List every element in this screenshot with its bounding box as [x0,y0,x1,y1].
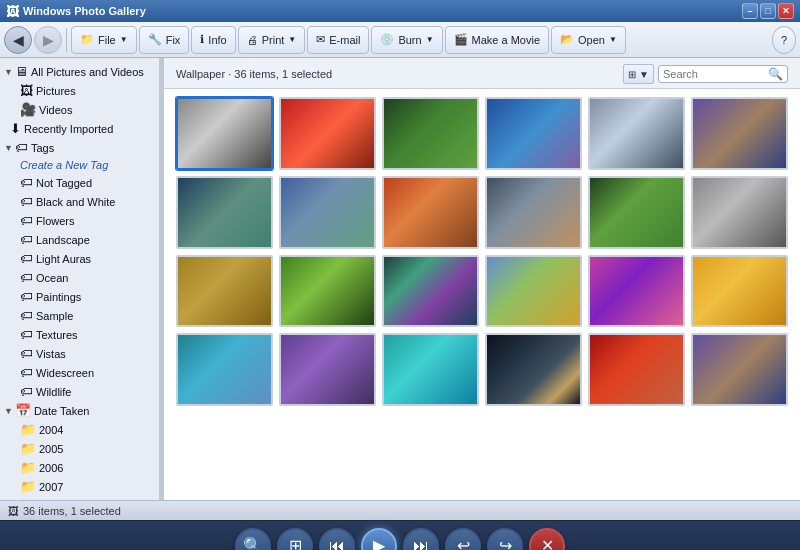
redo-icon: ↪ [499,536,512,550]
sidebar-landscape[interactable]: 🏷 Landscape [0,230,159,249]
photo-thumb-21[interactable] [382,333,479,406]
photo-thumb-13[interactable] [176,255,273,328]
search-view-button[interactable]: 🔍 [235,528,271,551]
print-button[interactable]: 🖨 Print ▼ [238,26,306,54]
help-button[interactable]: ? [772,26,796,54]
photo-thumb-12[interactable] [691,176,788,249]
email-icon: ✉ [316,33,325,46]
photo-thumb-20[interactable] [279,333,376,406]
sidebar-pictures[interactable]: 🖼 Pictures [0,81,159,100]
sidebar-year-2005[interactable]: 📁 2005 [0,439,159,458]
paintings-tag-icon: 🏷 [20,289,33,304]
view-options-button[interactable]: ⊞ ▼ [623,64,654,84]
photo-grid [176,97,788,406]
photo-thumb-4[interactable] [485,97,582,170]
print-icon: 🖨 [247,34,258,46]
photo-thumb-11[interactable] [588,176,685,249]
info-button[interactable]: ℹ Info [191,26,235,54]
back-button[interactable]: ◀ [4,26,32,54]
open-arrow: ▼ [609,35,617,44]
prev-button[interactable]: ⏮ [319,528,355,551]
search-input[interactable] [663,68,768,80]
sidebar-tags[interactable]: ▼ 🏷 Tags [0,138,159,157]
sidebar-videos[interactable]: 🎥 Videos [0,100,159,119]
sidebar-year-2004[interactable]: 📁 2004 [0,420,159,439]
info-icon: ℹ [200,33,204,46]
sidebar-year-2007[interactable]: 📁 2007 [0,477,159,496]
photo-thumb-7[interactable] [176,176,273,249]
photo-thumb-5[interactable] [588,97,685,170]
photo-thumb-16[interactable] [485,255,582,328]
photo-thumb-14[interactable] [279,255,376,328]
tag-icon: 🏷 [20,175,33,190]
folder-icon: 🖥 [15,64,28,79]
sidebar-sample[interactable]: 🏷 Sample [0,306,159,325]
photo-thumb-24[interactable] [691,333,788,406]
grid-view-button[interactable]: ⊞ [277,528,313,551]
redo-button[interactable]: ↪ [487,528,523,551]
search-box[interactable]: 🔍 [658,65,788,83]
burn-button[interactable]: 💿 Burn ▼ [371,26,442,54]
delete-icon: ✕ [541,536,554,550]
sidebar-year-2006[interactable]: 📁 2006 [0,458,159,477]
photo-thumb-18[interactable] [691,255,788,328]
grid-view-icon: ⊞ [289,536,302,550]
date-expand-icon: ▼ [4,406,13,416]
photo-thumb-17[interactable] [588,255,685,328]
open-button[interactable]: 📂 Open ▼ [551,26,626,54]
photo-thumb-19[interactable] [176,333,273,406]
sample-tag-icon: 🏷 [20,308,33,323]
undo-button[interactable]: ↩ [445,528,481,551]
search-icon: 🔍 [768,67,783,81]
photo-thumb-9[interactable] [382,176,479,249]
play-slideshow-button[interactable]: ▶ [361,528,397,551]
sidebar-vistas[interactable]: 🏷 Vistas [0,344,159,363]
sidebar-ratings[interactable]: ▼ ⭐ Ratings [0,496,159,500]
status-bar: 🖼 36 items, 1 selected [0,500,800,520]
photo-thumb-15[interactable] [382,255,479,328]
open-icon: 📂 [560,33,574,46]
sidebar-create-tag[interactable]: Create a New Tag [0,157,159,173]
sidebar-widescreen[interactable]: 🏷 Widescreen [0,363,159,382]
light-tag-icon: 🏷 [20,251,33,266]
sidebar-textures[interactable]: 🏷 Textures [0,325,159,344]
sidebar-flowers[interactable]: 🏷 Flowers [0,211,159,230]
view-controls: ⊞ ▼ 🔍 [623,64,788,84]
maximize-button[interactable]: □ [760,3,776,19]
sidebar-paintings[interactable]: 🏷 Paintings [0,287,159,306]
flowers-tag-icon: 🏷 [20,213,33,228]
sidebar-not-tagged[interactable]: 🏷 Not Tagged [0,173,159,192]
close-button[interactable]: ✕ [778,3,794,19]
photo-thumb-23[interactable] [588,333,685,406]
delete-button[interactable]: ✕ [529,528,565,551]
play-icon: ▶ [373,536,385,550]
photo-thumb-10[interactable] [485,176,582,249]
sidebar-all-pictures[interactable]: ▼ 🖥 All Pictures and Videos [0,62,159,81]
sidebar-wildlife[interactable]: 🏷 Wildlife [0,382,159,401]
sidebar-ocean[interactable]: 🏷 Ocean [0,268,159,287]
sidebar-black-white[interactable]: 🏷 Black and White [0,192,159,211]
ocean-tag-icon: 🏷 [20,270,33,285]
sidebar-recently-imported[interactable]: ⬇ Recently Imported [0,119,159,138]
sidebar-light-auras[interactable]: 🏷 Light Auras [0,249,159,268]
sidebar-date-taken[interactable]: ▼ 📅 Date Taken [0,401,159,420]
year-folder-icon: 📁 [20,422,36,437]
next-button[interactable]: ⏭ [403,528,439,551]
photo-thumb-3[interactable] [382,97,479,170]
minimize-button[interactable]: – [742,3,758,19]
email-button[interactable]: ✉ E-mail [307,26,369,54]
forward-button[interactable]: ▶ [34,26,62,54]
photo-thumb-8[interactable] [279,176,376,249]
photo-thumb-6[interactable] [691,97,788,170]
make-movie-button[interactable]: 🎬 Make a Movie [445,26,549,54]
photo-thumb-2[interactable] [279,97,376,170]
burn-arrow: ▼ [426,35,434,44]
fix-button[interactable]: 🔧 Fix [139,26,190,54]
file-button[interactable]: 📁 File ▼ [71,26,137,54]
photo-thumb-1[interactable] [176,97,273,170]
burn-icon: 💿 [380,33,394,46]
main-toolbar: ◀ ▶ 📁 File ▼ 🔧 Fix ℹ Info 🖨 Print ▼ ✉ E-… [0,22,800,58]
movie-icon: 🎬 [454,33,468,46]
photo-thumb-22[interactable] [485,333,582,406]
content-header: Wallpaper · 36 items, 1 selected ⊞ ▼ 🔍 [164,58,800,89]
